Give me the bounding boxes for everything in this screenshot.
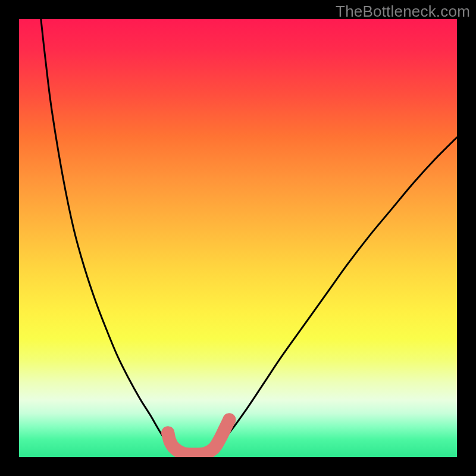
floor-marker-stroke [168,419,229,454]
watermark-text: TheBottleneck.com [336,2,470,21]
floor-marker-dot [223,413,236,426]
floor-marker-dot [164,435,177,448]
chart-frame: TheBottleneck.com [0,0,476,476]
curve-layer [19,19,457,457]
plot-area [19,19,457,457]
bottleneck-curve [41,19,457,455]
